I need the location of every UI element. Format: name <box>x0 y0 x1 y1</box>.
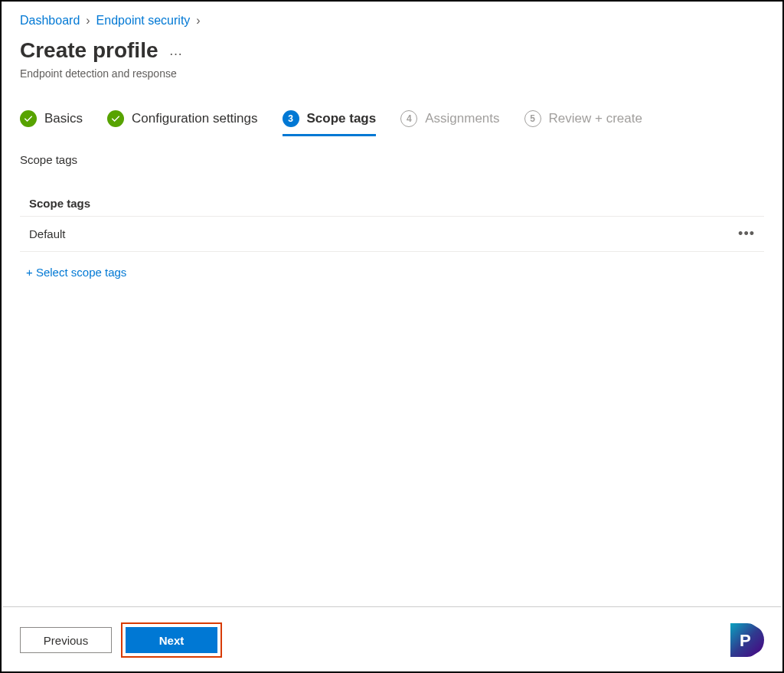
page-title: Create profile <box>20 38 158 63</box>
chevron-right-icon: › <box>86 14 90 28</box>
step-configuration-settings[interactable]: Configuration settings <box>107 110 257 135</box>
highlight-annotation: Next <box>121 622 222 658</box>
step-number-icon: 5 <box>524 110 541 127</box>
step-review-create[interactable]: 5 Review + create <box>524 110 642 135</box>
more-options-icon[interactable]: … <box>169 43 183 59</box>
step-label: Assignments <box>425 111 499 126</box>
step-label: Review + create <box>549 111 642 126</box>
scope-tags-table-header: Scope tags <box>20 197 764 216</box>
check-icon <box>107 110 124 127</box>
chevron-right-icon: › <box>196 14 200 28</box>
table-row: Default ••• <box>20 216 764 252</box>
wizard-stepper: Basics Configuration settings 3 Scope ta… <box>20 110 764 135</box>
check-icon <box>20 110 37 127</box>
next-button[interactable]: Next <box>126 627 217 653</box>
brand-logo: P <box>730 623 764 657</box>
footer-bar: Previous Next P <box>3 606 781 670</box>
step-number-icon: 3 <box>283 110 299 127</box>
step-scope-tags[interactable]: 3 Scope tags <box>283 110 377 135</box>
step-number-icon: 4 <box>400 110 417 127</box>
step-assignments[interactable]: 4 Assignments <box>400 110 499 135</box>
step-label: Scope tags <box>307 111 377 126</box>
step-label: Configuration settings <box>132 111 257 126</box>
row-more-icon[interactable]: ••• <box>738 226 755 242</box>
previous-button[interactable]: Previous <box>20 627 112 653</box>
page-subtitle: Endpoint detection and response <box>20 67 764 80</box>
select-scope-tags-link[interactable]: + Select scope tags <box>20 266 764 279</box>
step-basics[interactable]: Basics <box>20 110 83 135</box>
breadcrumb: Dashboard › Endpoint security › <box>20 14 764 28</box>
logo-letter: P <box>740 631 751 651</box>
breadcrumb-endpoint-security[interactable]: Endpoint security <box>96 14 191 28</box>
section-label: Scope tags <box>20 153 764 166</box>
step-label: Basics <box>44 111 83 126</box>
scope-tag-name: Default <box>29 227 66 240</box>
breadcrumb-dashboard[interactable]: Dashboard <box>20 14 80 28</box>
